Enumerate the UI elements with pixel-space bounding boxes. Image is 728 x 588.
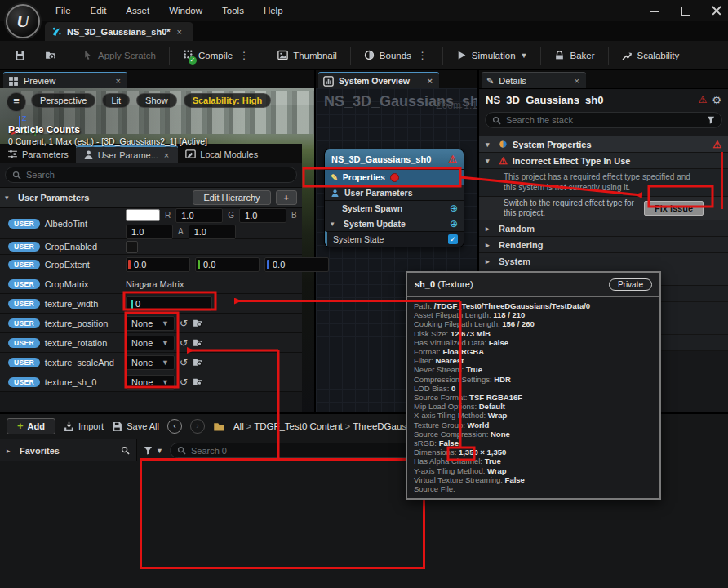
simulation-button[interactable]: Simulation▼	[450, 46, 535, 65]
tab-close-icon[interactable]: ×	[162, 150, 171, 160]
browse-icon[interactable]	[193, 357, 203, 368]
search-icon[interactable]	[121, 446, 130, 455]
maximize-icon[interactable]	[681, 6, 690, 16]
color-swatch[interactable]	[126, 209, 160, 221]
browse-icon[interactable]	[193, 376, 203, 387]
close-icon[interactable]	[712, 6, 721, 16]
node-row-system-update[interactable]: ▾System Update⊕	[325, 216, 464, 231]
texture-width-input[interactable]: 0	[126, 296, 212, 311]
save-all-button[interactable]: Save All	[112, 421, 159, 432]
add-parameter-button[interactable]: +	[276, 190, 297, 205]
folder-icon[interactable]	[213, 421, 225, 433]
toolbar-separator	[350, 47, 351, 65]
favorites-header[interactable]: ▸ Favorites	[0, 439, 137, 461]
tab-preview[interactable]: Preview ×	[3, 72, 127, 88]
albedo-g-input[interactable]: 1.0	[239, 208, 286, 223]
stack-search-input[interactable]: Search the stack	[485, 112, 722, 128]
texture-position-dropdown[interactable]: None▼	[126, 316, 175, 331]
user-badge: USER	[8, 299, 40, 309]
system-overview-tab-close-icon[interactable]: ×	[426, 76, 434, 86]
preview-tab-close-icon[interactable]: ×	[114, 76, 122, 86]
parameters-search-input[interactable]: Search	[5, 167, 297, 183]
node-row-system-spawn[interactable]: System Spawn⊕	[325, 200, 464, 216]
viewport-menu-icon[interactable]: ≡	[7, 92, 26, 112]
tab-parameters[interactable]: Parameters	[0, 145, 76, 163]
menu-item-edit[interactable]: Edit	[81, 6, 117, 16]
param-row-texture-rotation: USERtexture_rotation None▼↺	[0, 333, 302, 353]
crop-enabled-checkbox[interactable]	[126, 241, 138, 253]
tab-details[interactable]: ✎ Details ×	[482, 72, 586, 88]
details-tab-close-icon[interactable]: ×	[573, 76, 581, 86]
albedo-r-input[interactable]: 1.0	[175, 208, 223, 223]
menu-item-window[interactable]: Window	[159, 6, 212, 16]
details-row-rendering[interactable]: ▸Rendering	[479, 237, 728, 253]
tooltip-property-value: /TDGF_Test0/ThreeDGaussians/TestData/0	[434, 301, 590, 310]
tab-close-icon[interactable]: ×	[175, 27, 184, 37]
texture-scaleand-dropdown[interactable]: None▼	[126, 355, 175, 370]
browse-icon[interactable]	[193, 337, 203, 348]
tooltip-property-value: 156 / 260	[502, 319, 535, 328]
asset-tab[interactable]: NS_3D_Gaussians_sh0* ×	[45, 22, 193, 41]
details-row-random[interactable]: ▸Random	[479, 220, 728, 237]
browse-icon[interactable]	[193, 318, 203, 328]
system-properties-header[interactable]: ▾ System Properties ⚠	[479, 136, 728, 153]
tab-local-modules[interactable]: Local Modules	[178, 145, 265, 163]
search-placeholder: Search 0	[191, 446, 227, 456]
system-node[interactable]: NS_3D_Gaussians_sh0⚠ ✎Properties User Pa…	[324, 149, 464, 247]
texture-rotation-dropdown[interactable]: None▼	[126, 336, 175, 350]
save-button[interactable]	[8, 46, 32, 65]
minimize-icon[interactable]	[650, 6, 659, 16]
browse-to-asset-button[interactable]	[38, 46, 62, 65]
use-selected-icon[interactable]: ↺	[180, 357, 188, 368]
edit-hierarchy-button[interactable]: Edit Hierarchy	[193, 190, 270, 205]
bounds-button[interactable]: Bounds⋮	[357, 46, 436, 65]
baker-button[interactable]: Baker	[548, 46, 601, 65]
fix-issue-button[interactable]: Fix issue	[644, 201, 704, 216]
thumbnail-button[interactable]: Thumbnail	[271, 46, 344, 65]
node-row-user-parameters[interactable]: User Parameters	[325, 185, 464, 200]
crop-extent-x-input[interactable]: 0.0	[126, 257, 190, 272]
menu-item-tools[interactable]: Tools	[212, 6, 254, 16]
viewport-pill-show[interactable]: Show	[136, 93, 177, 108]
scalability-button[interactable]: Scalability	[615, 46, 686, 65]
add-button[interactable]: +Add	[7, 418, 55, 434]
menu-item-help[interactable]: Help	[254, 6, 293, 16]
tab-user-parameters[interactable]: User Parame...×	[76, 145, 178, 163]
enabled-checkbox[interactable]: ✓	[448, 234, 458, 244]
param-row-texture-width: USERtexture_width 0	[0, 294, 302, 314]
import-button[interactable]: Import	[64, 421, 104, 432]
import-icon	[64, 421, 74, 432]
crop-extent-z-input[interactable]: 0.0	[264, 257, 329, 272]
issue-header[interactable]: ▾ ⚠ Incorrect Effect Type In Use	[479, 153, 728, 169]
compile-options-icon[interactable]: ⋮	[237, 50, 251, 61]
add-module-icon[interactable]: ⊕	[450, 218, 458, 229]
breadcrumb-item[interactable]: TDGF_Test0 Content	[254, 421, 343, 431]
node-row-properties[interactable]: ✎Properties	[325, 169, 464, 185]
viewport-pill-scalability[interactable]: Scalability: High	[184, 93, 272, 108]
use-selected-icon[interactable]: ↺	[180, 318, 188, 329]
bounds-options-icon[interactable]: ⋮	[416, 50, 429, 61]
menu-item-asset[interactable]: Asset	[116, 6, 159, 16]
back-icon[interactable]: ‹	[167, 419, 182, 434]
system-node-header[interactable]: NS_3D_Gaussians_sh0⚠	[325, 149, 464, 169]
crop-extent-y-input[interactable]: 0.0	[195, 257, 260, 272]
add-module-icon[interactable]: ⊕	[450, 203, 458, 214]
gear-icon[interactable]: ⚙	[712, 94, 721, 106]
albedo-a-input[interactable]: 1.0	[189, 225, 236, 239]
compile-button[interactable]: ✓ Compile⋮	[176, 45, 257, 65]
details-row-system[interactable]: ▸System	[479, 253, 728, 270]
albedo-b-input[interactable]: 1.0	[126, 225, 173, 239]
tab-system-overview[interactable]: System Overview ×	[318, 72, 439, 88]
node-row-system-state[interactable]: System State✓	[325, 231, 464, 247]
use-selected-icon[interactable]: ↺	[180, 376, 188, 388]
viewport-pill-lit[interactable]: Lit	[102, 93, 130, 108]
texture-sh0-dropdown[interactable]: None▼	[126, 375, 175, 390]
breadcrumb-item[interactable]: All	[233, 421, 244, 431]
use-selected-icon[interactable]: ↺	[180, 337, 188, 349]
viewport-pill-perspective[interactable]: Perspective	[31, 93, 95, 108]
search-placeholder: Search	[26, 170, 55, 180]
matrix-type-label: Niagara Matrix	[126, 279, 184, 289]
filter-icon[interactable]	[707, 116, 715, 124]
menu-item-file[interactable]: File	[46, 6, 81, 16]
filter-icon[interactable]	[144, 446, 153, 455]
